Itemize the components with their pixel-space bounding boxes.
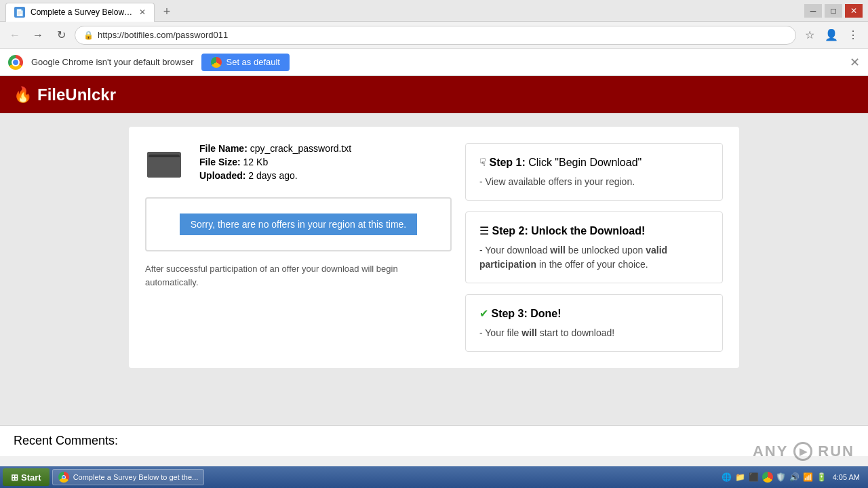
file-name-value: cpy_crack_password.txt	[250, 143, 351, 154]
file-details: File Name: cpy_crack_password.txt File S…	[199, 143, 452, 184]
taskbar-system-tray: 🌐 📁 ⬛ 🛡️ 🔊 📶 🔋 4:05 AM	[722, 472, 865, 483]
title-bar: 📄 Complete a Survey Below to get the... …	[0, 0, 868, 22]
file-uploaded-label: Uploaded:	[199, 170, 245, 181]
step-2-title: ☰ Step 2: Unlock the Download!	[479, 223, 709, 239]
minimize-button[interactable]: ─	[804, 4, 822, 18]
taskbar-time: 4:05 AM	[833, 473, 860, 481]
start-button[interactable]: ⊞ Start	[3, 468, 50, 486]
infobar-close-button[interactable]: ✕	[850, 55, 860, 70]
infobar-message: Google Chrome isn't your default browser	[31, 57, 193, 67]
taskbar: ⊞ Start Complete a Survey Below to get t…	[0, 466, 868, 488]
anyrun-play-icon: ▶	[793, 442, 812, 461]
right-column: ☟ Step 1: Click "Begin Download" - View …	[465, 143, 723, 352]
two-column-layout: File Name: cpy_crack_password.txt File S…	[145, 143, 723, 352]
folder-svg-icon	[147, 145, 184, 182]
antivirus-icon[interactable]: 🛡️	[776, 472, 787, 483]
step-2-icon: ☰	[479, 225, 492, 237]
download-box: Sorry, there are no offers in your regio…	[145, 197, 452, 251]
file-size-label: File Size:	[199, 157, 241, 167]
step-2-card: ☰ Step 2: Unlock the Download! - Your do…	[465, 211, 723, 283]
step-1-action: Click "Begin Download"	[528, 157, 642, 168]
svg-rect-3	[147, 157, 181, 178]
forward-button[interactable]: →	[28, 26, 47, 45]
speaker-icon[interactable]: 🔊	[789, 472, 800, 483]
bookmark-button[interactable]: ☆	[800, 26, 819, 45]
file-uploaded-row: Uploaded: 2 days ago.	[199, 170, 452, 181]
menu-button[interactable]: ⋮	[844, 26, 863, 45]
anyrun-text-run: RUN	[818, 443, 854, 460]
file-size-value: 12 Kb	[243, 157, 269, 167]
file-name-row: File Name: cpy_crack_password.txt	[199, 143, 452, 154]
content-card: File Name: cpy_crack_password.txt File S…	[129, 127, 739, 368]
taskbar-chrome-item[interactable]: Complete a Survey Below to get the...	[52, 469, 205, 485]
taskbar-chrome-icon	[58, 472, 69, 483]
file-uploaded-value: 2 days ago.	[248, 170, 297, 181]
browser-frame: 📄 Complete a Survey Below to get the... …	[0, 0, 868, 76]
step-3-title: ✔ Step 3: Done!	[479, 306, 709, 322]
chrome-tray-icon[interactable]	[762, 472, 773, 483]
left-column: File Name: cpy_crack_password.txt File S…	[145, 143, 452, 289]
set-default-label: Set as default	[226, 57, 280, 67]
anyrun-watermark: ANY ▶ RUN	[753, 442, 854, 461]
recent-comments-title: Recent Comments:	[14, 434, 854, 448]
window-controls: ─ □ ✕	[804, 4, 863, 18]
file-size-row: File Size: 12 Kb	[199, 157, 452, 167]
taskbar-items: Complete a Survey Below to get the...	[52, 469, 722, 485]
step-1-card: ☟ Step 1: Click "Begin Download" - View …	[465, 143, 723, 201]
back-button[interactable]: ←	[5, 26, 24, 45]
step-3-card: ✔ Step 3: Done! - Your file will start t…	[465, 294, 723, 352]
step-2-action: Unlock the Download!	[531, 225, 645, 237]
start-label: Start	[21, 472, 41, 483]
step-1-desc: - View available offers in your region.	[479, 175, 709, 189]
ie-icon[interactable]: 🌐	[722, 472, 732, 483]
step-1-title: ☟ Step 1: Click "Begin Download"	[479, 155, 709, 171]
main-content: File Name: cpy_crack_password.txt File S…	[0, 113, 868, 425]
steps-column: ☟ Step 1: Click "Begin Download" - View …	[465, 143, 723, 352]
network-icon[interactable]: 📶	[803, 472, 814, 483]
anyrun-text-any: ANY	[753, 443, 788, 460]
address-bar[interactable]: 🔒 https://botifiles.com/password011	[75, 26, 796, 45]
maximize-button[interactable]: □	[825, 4, 842, 18]
step-3-action: Done!	[530, 308, 561, 319]
profile-button[interactable]: 👤	[822, 26, 841, 45]
site-header: 🔥 FileUnlckr	[0, 76, 868, 113]
tab-close-button[interactable]: ✕	[139, 7, 146, 17]
step-3-desc: - Your file will start to download!	[479, 326, 709, 340]
file-info-row: File Name: cpy_crack_password.txt File S…	[145, 143, 452, 184]
cmd-icon[interactable]: ⬛	[749, 472, 760, 483]
url-text: https://botifiles.com/password011	[98, 30, 787, 40]
step-2-number: Step 2:	[492, 225, 528, 237]
step-1-icon: ☟	[479, 157, 486, 168]
after-text: After successful participation of an off…	[145, 262, 452, 289]
chrome-btn-icon	[211, 57, 222, 68]
navigation-bar: ← → ↻ 🔒 https://botifiles.com/password01…	[0, 22, 868, 49]
nav-right-controls: ☆ 👤 ⋮	[800, 26, 863, 45]
default-browser-infobar: Google Chrome isn't your default browser…	[0, 49, 868, 76]
site-name: FileUnlckr	[37, 85, 116, 104]
recent-comments-section: Recent Comments:	[0, 425, 868, 456]
security-lock-icon: 🔒	[83, 30, 94, 40]
chrome-logo-icon	[8, 55, 23, 70]
new-tab-button[interactable]: +	[157, 3, 176, 22]
close-window-button[interactable]: ✕	[845, 4, 863, 18]
flame-icon: 🔥	[14, 86, 32, 104]
windows-logo-icon: ⊞	[11, 472, 18, 483]
set-default-button[interactable]: Set as default	[201, 54, 290, 71]
tab-title: Complete a Survey Below to get the...	[31, 7, 134, 17]
sorry-message: Sorry, there are no offers in your regio…	[180, 214, 418, 235]
battery-icon[interactable]: 🔋	[816, 472, 827, 483]
tab-favicon: 📄	[14, 7, 25, 18]
folder-icon[interactable]: 📁	[735, 472, 746, 483]
tab-bar: 📄 Complete a Survey Below to get the... …	[5, 0, 176, 22]
step-3-number: Step 3:	[491, 308, 527, 319]
reload-button[interactable]: ↻	[52, 26, 71, 45]
file-icon	[145, 143, 186, 184]
file-name-label: File Name:	[199, 143, 248, 154]
step-3-icon: ✔	[479, 308, 488, 319]
step-2-desc: - Your download will be unlocked upon va…	[479, 243, 709, 272]
taskbar-chrome-label: Complete a Survey Below to get the...	[73, 473, 199, 481]
active-tab[interactable]: 📄 Complete a Survey Below to get the... …	[5, 3, 155, 22]
system-tray-icons: 🌐 📁 ⬛ 🛡️ 🔊 📶 🔋	[722, 472, 827, 483]
step-1-number: Step 1:	[489, 157, 525, 168]
